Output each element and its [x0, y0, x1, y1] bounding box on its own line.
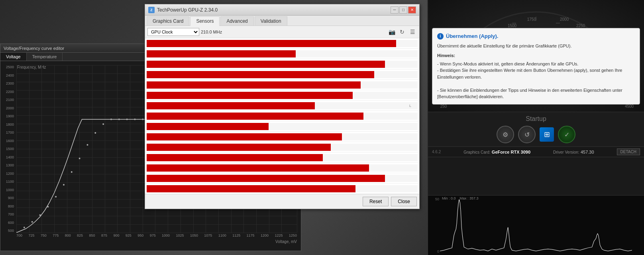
svg-text:1500: 1500 [508, 24, 517, 28]
sensor-bar-fill [147, 175, 385, 182]
sensor-bar-track [147, 50, 418, 57]
minimize-button[interactable]: ─ [391, 6, 399, 14]
graph-max: Max : 357.3 [460, 196, 479, 200]
svg-point-12 [110, 119, 112, 120]
settings-button[interactable]: ⚙ [497, 126, 514, 143]
apply-button[interactable]: ✓ [558, 126, 575, 143]
sensor-row [145, 152, 419, 163]
sensor-bar-track [147, 102, 418, 109]
svg-point-8 [79, 158, 80, 159]
y-axis-labels: 2500 2400 2300 2200 2100 2000 1900 1800 … [0, 65, 16, 233]
graphics-card-label: Graphics Card: [463, 150, 490, 154]
startup-windows-icon[interactable]: ⊞ [540, 127, 554, 142]
driver-value: 457.30 [581, 150, 594, 154]
gpuz-title: TechPowerUp GPU-Z 2.34.0 [157, 7, 218, 13]
tab-voltage[interactable]: Voltage [0, 53, 27, 61]
svg-point-2 [31, 221, 33, 223]
sensor-bar-fill [147, 154, 323, 161]
sensor-bar-track [147, 175, 418, 182]
sensor-bar-fill [147, 40, 396, 47]
gpuz-bottom-buttons: Reset Close [145, 194, 419, 209]
sensor-row: L [145, 101, 419, 111]
startup-section: Startup ⚙ ↺ ⊞ ✓ [428, 112, 644, 147]
msi-graph-area: 50 0 Min : 0.0 Max : 357.3 [428, 195, 644, 255]
detach-button[interactable]: DETACH [617, 148, 640, 155]
tab-advanced[interactable]: Advanced [220, 16, 253, 26]
sensor-bar-fill [147, 92, 353, 99]
sensor-row [145, 142, 419, 152]
sensor-bar-fill [147, 50, 296, 57]
sensor-row [145, 80, 419, 90]
graph-min: Min : 0.0 [442, 196, 456, 200]
sensor-value: 210.0 MHz [201, 30, 386, 34]
sensor-bar-fill [147, 185, 355, 192]
svg-point-3 [39, 214, 41, 216]
tab-validation[interactable]: Validation [255, 16, 287, 26]
sensor-bar-track [147, 61, 418, 68]
sensor-bar-track [147, 123, 418, 130]
sensor-row [145, 184, 419, 194]
sensor-row [145, 38, 419, 49]
svg-point-5 [55, 196, 57, 198]
tab-temperature[interactable]: Temperature [27, 53, 63, 61]
reset-button[interactable]: Reset [363, 197, 389, 206]
sensor-row [145, 90, 419, 101]
tab-sensors[interactable]: Sensors [190, 16, 220, 26]
sensor-row [145, 49, 419, 59]
graph-meta: Min : 0.0 Max : 357.3 [442, 196, 479, 200]
svg-point-15 [134, 119, 135, 120]
driver-label: Driver Version: [553, 150, 579, 154]
svg-point-16 [142, 119, 143, 120]
camera-icon[interactable]: 📷 [387, 28, 396, 36]
tooltip-description: Übernimmt die aktuelle Einstellung für d… [437, 43, 635, 49]
sensor-bar-fill [147, 81, 361, 89]
sensor-dropdown[interactable]: GPU Clock Memory Clock [147, 28, 199, 36]
svg-point-1 [24, 227, 25, 228]
sensor-row [145, 163, 419, 173]
tooltip-title: i Übernehmen (Apply). [437, 32, 635, 40]
tooltip-note-text: - Wenn Sync-Modus aktiviert ist, gelten … [437, 61, 635, 100]
svg-point-10 [94, 132, 96, 134]
sensor-bar-fill [147, 61, 385, 68]
sensors-row: GPU Clock Memory Clock 210.0 MHz 📷 ↻ ☰ [145, 26, 419, 38]
msi-tooltip: i Übernehmen (Apply). Übernimmt die aktu… [432, 28, 640, 105]
msi-gauges-area: 250 500 750 1000 1250 1500 1750 2000 225… [428, 0, 644, 112]
svg-point-11 [102, 123, 104, 125]
svg-point-14 [126, 119, 128, 120]
startup-label: Startup [526, 115, 546, 123]
graph-y-labels: 50 0 [428, 196, 440, 255]
svg-point-6 [63, 184, 65, 186]
svg-point-9 [86, 144, 88, 146]
close-button[interactable]: Close [391, 197, 417, 206]
svg-text:2000: 2000 [560, 17, 569, 22]
sensor-bar-track [147, 40, 418, 47]
svg-text:2250: 2250 [576, 24, 585, 28]
sensor-row [145, 59, 419, 69]
sensor-bar-track [147, 144, 418, 151]
sensor-bar-fill [147, 144, 331, 151]
sensor-bar-track [147, 185, 418, 192]
info-icon: i [437, 33, 444, 40]
graph-y-top: 50 [429, 197, 439, 201]
reset-button[interactable]: ↺ [518, 126, 536, 143]
sensor-bar-fill [147, 164, 369, 172]
close-window-button[interactable]: ✕ [408, 6, 416, 14]
svg-point-0 [16, 232, 17, 233]
svg-point-7 [71, 171, 73, 173]
gpuz-window: Z TechPowerUp GPU-Z 2.34.0 ─ □ ✕ Graphic… [145, 4, 420, 209]
refresh-icon[interactable]: ↻ [398, 28, 406, 36]
tab-graphics-card[interactable]: Graphics Card [147, 16, 189, 26]
sensor-bars-container[interactable]: L [145, 38, 419, 194]
sensor-row [145, 173, 419, 184]
waveform-svg [428, 196, 644, 255]
sensor-bar-track [147, 154, 418, 161]
menu-icon[interactable]: ☰ [408, 28, 417, 36]
sensor-bar-fill [147, 123, 269, 130]
sensor-row [145, 121, 419, 132]
tooltip-note-title: Hinweis: [437, 52, 635, 59]
window-controls: ─ □ ✕ [391, 6, 416, 14]
maximize-button[interactable]: □ [399, 6, 407, 14]
svg-text:4500: 4500 [625, 104, 634, 109]
svg-text:1750: 1750 [527, 17, 536, 22]
sensor-bar-fill [147, 133, 342, 140]
